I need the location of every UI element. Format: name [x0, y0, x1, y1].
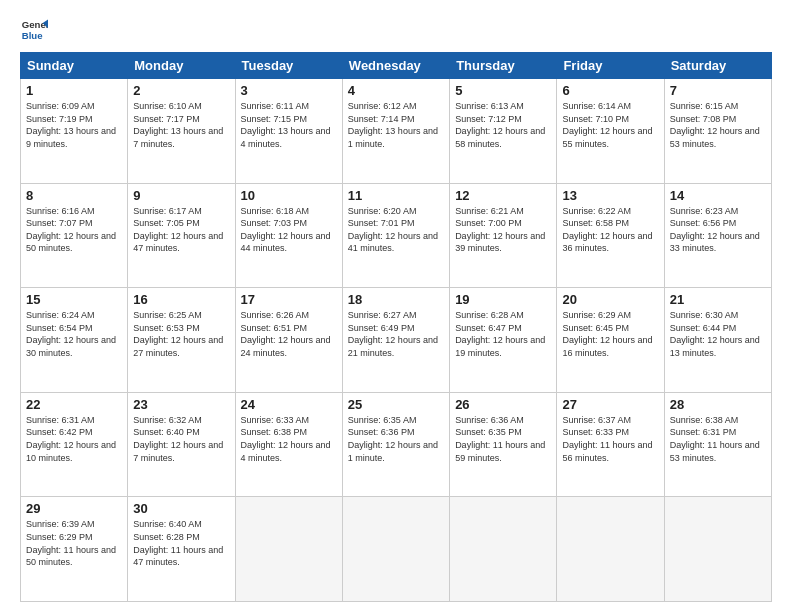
day-number: 18	[348, 292, 444, 307]
svg-text:Blue: Blue	[22, 30, 43, 41]
day-number: 25	[348, 397, 444, 412]
day-info: Sunrise: 6:15 AM Sunset: 7:08 PM Dayligh…	[670, 100, 766, 150]
day-number: 24	[241, 397, 337, 412]
calendar-cell: 4 Sunrise: 6:12 AM Sunset: 7:14 PM Dayli…	[342, 79, 449, 184]
day-info: Sunrise: 6:38 AM Sunset: 6:31 PM Dayligh…	[670, 414, 766, 464]
calendar-cell	[342, 497, 449, 602]
day-number: 20	[562, 292, 658, 307]
day-info: Sunrise: 6:18 AM Sunset: 7:03 PM Dayligh…	[241, 205, 337, 255]
day-info: Sunrise: 6:31 AM Sunset: 6:42 PM Dayligh…	[26, 414, 122, 464]
calendar-cell: 7 Sunrise: 6:15 AM Sunset: 7:08 PM Dayli…	[664, 79, 771, 184]
day-info: Sunrise: 6:21 AM Sunset: 7:00 PM Dayligh…	[455, 205, 551, 255]
calendar-cell: 30 Sunrise: 6:40 AM Sunset: 6:28 PM Dayl…	[128, 497, 235, 602]
logo: General Blue	[20, 16, 48, 44]
calendar-cell: 8 Sunrise: 6:16 AM Sunset: 7:07 PM Dayli…	[21, 183, 128, 288]
day-number: 30	[133, 501, 229, 516]
calendar-week-1: 1 Sunrise: 6:09 AM Sunset: 7:19 PM Dayli…	[21, 79, 772, 184]
day-number: 5	[455, 83, 551, 98]
calendar-cell: 21 Sunrise: 6:30 AM Sunset: 6:44 PM Dayl…	[664, 288, 771, 393]
day-number: 11	[348, 188, 444, 203]
day-number: 27	[562, 397, 658, 412]
calendar-cell: 5 Sunrise: 6:13 AM Sunset: 7:12 PM Dayli…	[450, 79, 557, 184]
calendar-header-saturday: Saturday	[664, 53, 771, 79]
calendar-cell: 17 Sunrise: 6:26 AM Sunset: 6:51 PM Dayl…	[235, 288, 342, 393]
calendar-cell	[450, 497, 557, 602]
calendar-cell: 19 Sunrise: 6:28 AM Sunset: 6:47 PM Dayl…	[450, 288, 557, 393]
calendar-cell: 22 Sunrise: 6:31 AM Sunset: 6:42 PM Dayl…	[21, 392, 128, 497]
calendar-cell: 6 Sunrise: 6:14 AM Sunset: 7:10 PM Dayli…	[557, 79, 664, 184]
day-info: Sunrise: 6:28 AM Sunset: 6:47 PM Dayligh…	[455, 309, 551, 359]
calendar-cell: 28 Sunrise: 6:38 AM Sunset: 6:31 PM Dayl…	[664, 392, 771, 497]
calendar-cell: 15 Sunrise: 6:24 AM Sunset: 6:54 PM Dayl…	[21, 288, 128, 393]
day-info: Sunrise: 6:16 AM Sunset: 7:07 PM Dayligh…	[26, 205, 122, 255]
calendar-cell: 27 Sunrise: 6:37 AM Sunset: 6:33 PM Dayl…	[557, 392, 664, 497]
calendar-table: SundayMondayTuesdayWednesdayThursdayFrid…	[20, 52, 772, 602]
calendar-header-thursday: Thursday	[450, 53, 557, 79]
calendar-header-monday: Monday	[128, 53, 235, 79]
logo-icon: General Blue	[20, 16, 48, 44]
calendar-header-sunday: Sunday	[21, 53, 128, 79]
day-number: 22	[26, 397, 122, 412]
calendar-cell: 23 Sunrise: 6:32 AM Sunset: 6:40 PM Dayl…	[128, 392, 235, 497]
calendar-cell: 20 Sunrise: 6:29 AM Sunset: 6:45 PM Dayl…	[557, 288, 664, 393]
calendar-cell: 18 Sunrise: 6:27 AM Sunset: 6:49 PM Dayl…	[342, 288, 449, 393]
calendar-cell: 12 Sunrise: 6:21 AM Sunset: 7:00 PM Dayl…	[450, 183, 557, 288]
day-info: Sunrise: 6:10 AM Sunset: 7:17 PM Dayligh…	[133, 100, 229, 150]
calendar-header-tuesday: Tuesday	[235, 53, 342, 79]
calendar-cell	[557, 497, 664, 602]
day-info: Sunrise: 6:30 AM Sunset: 6:44 PM Dayligh…	[670, 309, 766, 359]
calendar-header-row: SundayMondayTuesdayWednesdayThursdayFrid…	[21, 53, 772, 79]
calendar-cell: 26 Sunrise: 6:36 AM Sunset: 6:35 PM Dayl…	[450, 392, 557, 497]
day-info: Sunrise: 6:20 AM Sunset: 7:01 PM Dayligh…	[348, 205, 444, 255]
svg-text:General: General	[22, 19, 48, 30]
day-number: 4	[348, 83, 444, 98]
day-number: 16	[133, 292, 229, 307]
calendar-week-5: 29 Sunrise: 6:39 AM Sunset: 6:29 PM Dayl…	[21, 497, 772, 602]
day-number: 8	[26, 188, 122, 203]
day-number: 9	[133, 188, 229, 203]
calendar-week-4: 22 Sunrise: 6:31 AM Sunset: 6:42 PM Dayl…	[21, 392, 772, 497]
calendar-cell: 24 Sunrise: 6:33 AM Sunset: 6:38 PM Dayl…	[235, 392, 342, 497]
day-info: Sunrise: 6:40 AM Sunset: 6:28 PM Dayligh…	[133, 518, 229, 568]
page-header: General Blue	[20, 16, 772, 44]
calendar-cell: 1 Sunrise: 6:09 AM Sunset: 7:19 PM Dayli…	[21, 79, 128, 184]
day-info: Sunrise: 6:29 AM Sunset: 6:45 PM Dayligh…	[562, 309, 658, 359]
day-number: 7	[670, 83, 766, 98]
day-info: Sunrise: 6:33 AM Sunset: 6:38 PM Dayligh…	[241, 414, 337, 464]
day-info: Sunrise: 6:35 AM Sunset: 6:36 PM Dayligh…	[348, 414, 444, 464]
day-info: Sunrise: 6:32 AM Sunset: 6:40 PM Dayligh…	[133, 414, 229, 464]
day-info: Sunrise: 6:14 AM Sunset: 7:10 PM Dayligh…	[562, 100, 658, 150]
day-info: Sunrise: 6:25 AM Sunset: 6:53 PM Dayligh…	[133, 309, 229, 359]
day-number: 6	[562, 83, 658, 98]
calendar-cell: 9 Sunrise: 6:17 AM Sunset: 7:05 PM Dayli…	[128, 183, 235, 288]
day-number: 29	[26, 501, 122, 516]
day-number: 26	[455, 397, 551, 412]
calendar-cell: 16 Sunrise: 6:25 AM Sunset: 6:53 PM Dayl…	[128, 288, 235, 393]
day-number: 13	[562, 188, 658, 203]
calendar-cell: 2 Sunrise: 6:10 AM Sunset: 7:17 PM Dayli…	[128, 79, 235, 184]
calendar-header-wednesday: Wednesday	[342, 53, 449, 79]
day-number: 21	[670, 292, 766, 307]
day-number: 23	[133, 397, 229, 412]
calendar-cell: 10 Sunrise: 6:18 AM Sunset: 7:03 PM Dayl…	[235, 183, 342, 288]
day-info: Sunrise: 6:23 AM Sunset: 6:56 PM Dayligh…	[670, 205, 766, 255]
calendar-week-3: 15 Sunrise: 6:24 AM Sunset: 6:54 PM Dayl…	[21, 288, 772, 393]
day-info: Sunrise: 6:37 AM Sunset: 6:33 PM Dayligh…	[562, 414, 658, 464]
calendar-week-2: 8 Sunrise: 6:16 AM Sunset: 7:07 PM Dayli…	[21, 183, 772, 288]
day-info: Sunrise: 6:26 AM Sunset: 6:51 PM Dayligh…	[241, 309, 337, 359]
day-number: 3	[241, 83, 337, 98]
day-info: Sunrise: 6:09 AM Sunset: 7:19 PM Dayligh…	[26, 100, 122, 150]
day-number: 19	[455, 292, 551, 307]
day-number: 15	[26, 292, 122, 307]
calendar-cell: 13 Sunrise: 6:22 AM Sunset: 6:58 PM Dayl…	[557, 183, 664, 288]
calendar-cell	[664, 497, 771, 602]
calendar-cell	[235, 497, 342, 602]
calendar-cell: 11 Sunrise: 6:20 AM Sunset: 7:01 PM Dayl…	[342, 183, 449, 288]
calendar-cell: 29 Sunrise: 6:39 AM Sunset: 6:29 PM Dayl…	[21, 497, 128, 602]
calendar-cell: 14 Sunrise: 6:23 AM Sunset: 6:56 PM Dayl…	[664, 183, 771, 288]
day-info: Sunrise: 6:24 AM Sunset: 6:54 PM Dayligh…	[26, 309, 122, 359]
day-info: Sunrise: 6:27 AM Sunset: 6:49 PM Dayligh…	[348, 309, 444, 359]
calendar-header-friday: Friday	[557, 53, 664, 79]
day-number: 14	[670, 188, 766, 203]
day-number: 28	[670, 397, 766, 412]
